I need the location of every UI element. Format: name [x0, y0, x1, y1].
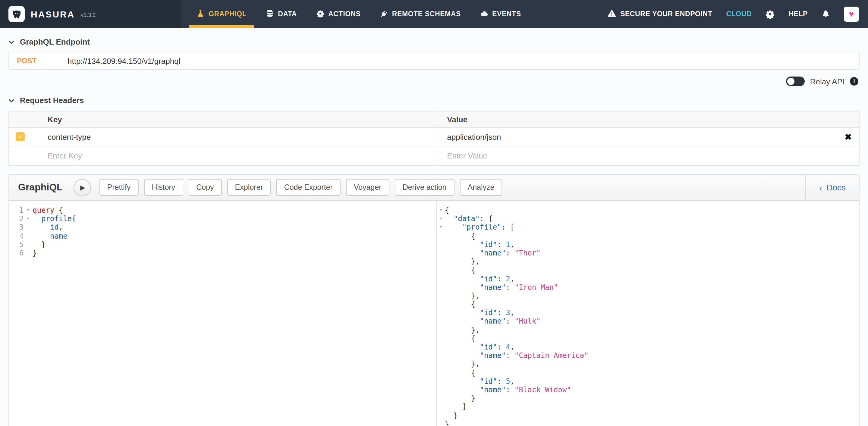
remove-header-button[interactable]: ✖ [845, 133, 852, 141]
plug-icon [378, 8, 390, 20]
toolbar-button-copy[interactable]: Copy [188, 179, 221, 196]
heart-icon: ♥ [849, 10, 854, 18]
nav-item-label: EVENTS [492, 10, 521, 18]
fold-spacer [437, 232, 445, 240]
fold-spacer [437, 283, 445, 291]
result-line: ] [437, 403, 859, 411]
new-header-key-input[interactable] [48, 151, 347, 160]
nav-item-label: REMOTE SCHEMAS [392, 10, 461, 18]
fold-arrow-icon[interactable]: ▾ [437, 206, 445, 215]
play-icon: ▶ [80, 184, 85, 191]
chevron-down-icon [8, 99, 14, 102]
fold-spacer [437, 377, 445, 386]
gears-icon [316, 9, 324, 19]
fold-spacer [437, 411, 445, 420]
cloud-icon [480, 9, 488, 19]
http-method-label: POST [9, 57, 67, 65]
header-enabled-checkbox[interactable]: ✓ [16, 132, 25, 141]
key-column-header: Key [9, 112, 437, 127]
check-icon: ✓ [18, 133, 23, 140]
graphiql-toolbar: GraphiQL ▶ PrettifyHistoryCopyExplorerCo… [9, 175, 859, 201]
result-line: { [437, 232, 859, 240]
new-header-value-input[interactable] [447, 151, 735, 160]
line-number: 3 [9, 223, 24, 232]
headers-section-toggle[interactable]: Request Headers [8, 96, 860, 105]
toolbar-button-analyze[interactable]: Analyze [460, 179, 502, 196]
header-value-input[interactable] [447, 132, 735, 141]
toolbar-button-voyager[interactable]: Voyager [346, 179, 390, 196]
execute-query-button[interactable]: ▶ [73, 179, 91, 196]
query-editor-lines: 1▾query {2▾ profile{3 id,4 name5 }6} [9, 206, 436, 257]
key-cell [9, 146, 437, 165]
flask-icon [196, 9, 204, 19]
fold-spacer [437, 403, 445, 411]
nav-item-label: GRAPHIQL [209, 10, 247, 18]
notifications-button[interactable] [822, 10, 830, 18]
line-number: 5 [9, 240, 24, 249]
main-content: GraphQL Endpoint POST http://134.209.94.… [0, 37, 868, 426]
result-line: ▾ "profile": [ [437, 223, 859, 232]
header-row-content-type: ✓ ✖ [9, 128, 859, 146]
query-editor[interactable]: 1▾query {2▾ profile{3 id,4 name5 }6} [9, 201, 437, 426]
result-viewer-lines: ▾{▾ "data": {▾ "profile": [ { "id": 1, "… [437, 206, 859, 426]
gear-icon [766, 9, 775, 19]
fold-spacer [437, 249, 445, 257]
graphiql-title: GraphiQL [18, 182, 63, 193]
nav-item-graphiql[interactable]: GRAPHIQL [189, 0, 254, 28]
fold-spacer [437, 334, 445, 343]
result-line: { [437, 368, 859, 377]
value-column-label: Value [447, 115, 467, 124]
fold-spacer [437, 309, 445, 317]
result-line: "name": "Thor" [437, 249, 859, 257]
result-line: "name": "Hulk" [437, 317, 859, 326]
navbar-right: SECURE YOUR ENDPOINT CLOUD HELP ♥ [608, 0, 868, 28]
chevron-down-icon [8, 40, 14, 44]
cloud-link[interactable]: CLOUD [726, 10, 752, 18]
nav-item-data[interactable]: DATA [258, 0, 304, 28]
fold-spacer [24, 240, 33, 249]
nav-item-label: ACTIONS [328, 10, 361, 18]
result-line: "name": "Captain America" [437, 351, 859, 360]
fold-spacer [437, 257, 445, 266]
fold-arrow-icon[interactable]: ▾ [24, 215, 33, 223]
toolbar-button-code-exporter[interactable]: Code Exporter [276, 179, 341, 196]
result-line: "name": "Iron Man" [437, 283, 859, 291]
toolbar-button-derive-action[interactable]: Derive action [395, 179, 455, 196]
nav-item-events[interactable]: EVENTS [473, 0, 528, 28]
toolbar-button-prettify[interactable]: Prettify [99, 179, 138, 196]
result-line: { [437, 334, 859, 343]
toolbar-button-history[interactable]: History [144, 179, 183, 196]
toolbar-button-explorer[interactable]: Explorer [227, 179, 271, 196]
brand-name: HASURA [31, 9, 75, 19]
value-column-header: Value [437, 112, 859, 127]
nav-item-remote-schemas[interactable]: REMOTE SCHEMAS [373, 0, 468, 28]
main-nav: GRAPHIQL DATA ACTIONS REMOTE SCHEMAS EVE… [187, 0, 531, 28]
relay-api-toggle[interactable] [786, 76, 805, 86]
fold-arrow-icon[interactable]: ▾ [437, 223, 445, 232]
brand[interactable]: HASURA v1.3.2 [0, 0, 181, 28]
fold-arrow-icon[interactable]: ▾ [24, 206, 33, 215]
nav-item-actions[interactable]: ACTIONS [309, 0, 368, 28]
love-button[interactable]: ♥ [844, 6, 859, 22]
fold-spacer [437, 240, 445, 249]
result-line: }, [437, 292, 859, 300]
header-key-input[interactable] [48, 132, 347, 141]
query-line: 4 name [9, 232, 436, 240]
endpoint-url: http://134.209.94.150/v1/graphql [67, 56, 180, 65]
help-link[interactable]: HELP [788, 10, 808, 18]
endpoint-section-toggle[interactable]: GraphQL Endpoint [8, 37, 860, 46]
secure-endpoint-link[interactable]: SECURE YOUR ENDPOINT [608, 9, 712, 19]
docs-toggle[interactable]: ‹ Docs [805, 175, 859, 200]
fold-spacer [437, 368, 445, 377]
key-cell: ✓ [9, 128, 437, 146]
endpoint-bar: POST http://134.209.94.150/v1/graphql [8, 52, 860, 70]
value-cell: ✖ [437, 128, 859, 146]
secure-endpoint-label: SECURE YOUR ENDPOINT [620, 10, 712, 18]
line-number: 1 [9, 206, 24, 215]
fold-spacer [437, 300, 445, 308]
fold-spacer [437, 266, 445, 274]
info-icon[interactable]: i [850, 77, 858, 86]
fold-arrow-icon[interactable]: ▾ [437, 215, 445, 223]
settings-button[interactable] [766, 9, 775, 19]
relay-api-row: Relay API i [10, 76, 858, 86]
